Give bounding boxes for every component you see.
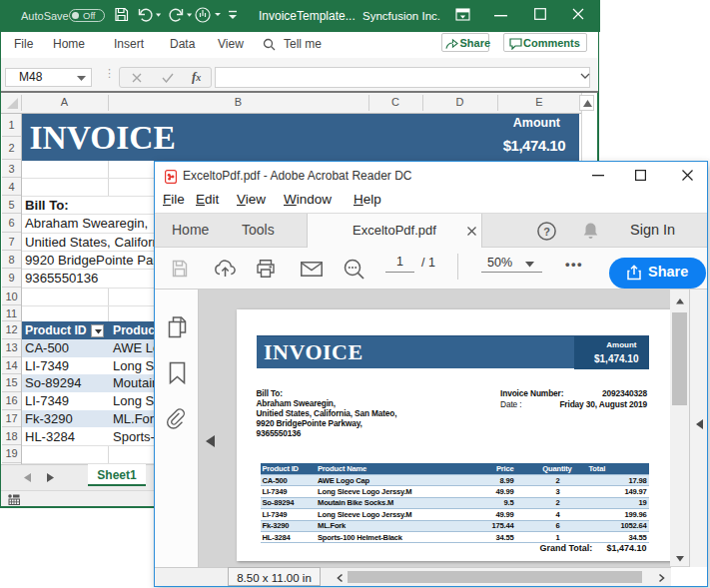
svg-text:?: ? xyxy=(543,226,550,238)
